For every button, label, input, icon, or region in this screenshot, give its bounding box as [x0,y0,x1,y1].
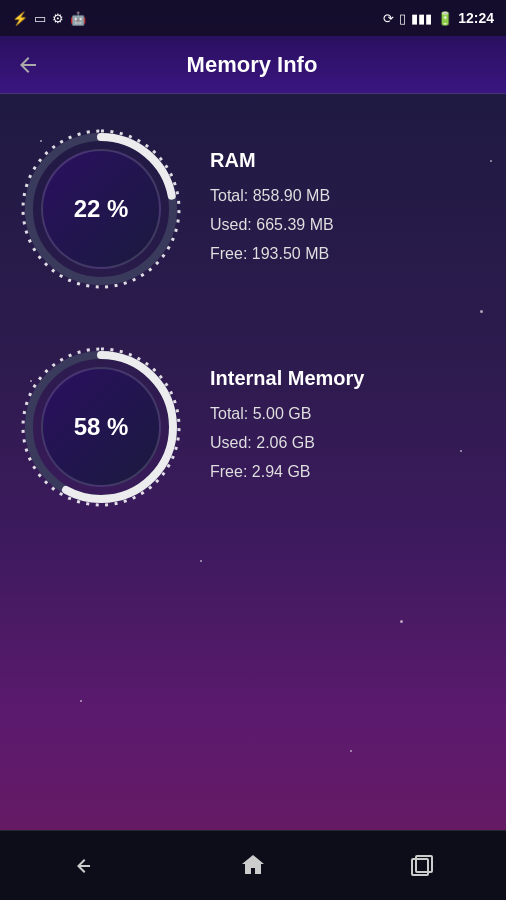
status-right: ⟳ ▯ ▮▮▮ 🔋 12:24 [383,10,494,26]
bottom-nav [0,830,506,900]
ram-card: 22 % RAM Total: 858.90 MB Used: 665.39 M… [16,114,490,304]
status-time: 12:24 [458,10,494,26]
page-title: Memory Info [56,52,448,78]
back-button[interactable] [16,53,40,77]
ram-gauge: 22 % [16,124,186,294]
nav-home-button[interactable] [228,841,278,891]
ram-percent-label: 22 % [74,195,129,223]
internal-memory-card: 58 % Internal Memory Total: 5.00 GB Used… [16,332,490,522]
ram-info: RAM Total: 858.90 MB Used: 665.39 MB Fre… [210,149,490,268]
ram-total: Total: 858.90 MB [210,182,490,211]
nav-back-button[interactable] [59,841,109,891]
internal-total: Total: 5.00 GB [210,400,490,429]
signal-icon: ▮▮▮ [411,11,432,26]
internal-memory-title: Internal Memory [210,367,490,390]
internal-memory-info: Internal Memory Total: 5.00 GB Used: 2.0… [210,367,490,486]
nav-recents-icon [408,852,436,880]
nav-home-icon [239,852,267,880]
status-left: ⚡ ▭ ⚙ 🤖 [12,11,86,26]
ram-used: Used: 665.39 MB [210,211,490,240]
rotate-icon: ⟳ [383,11,394,26]
status-bar: ⚡ ▭ ⚙ 🤖 ⟳ ▯ ▮▮▮ 🔋 12:24 [0,0,506,36]
ram-title: RAM [210,149,490,172]
internal-used: Used: 2.06 GB [210,429,490,458]
usb-icon: ⚙ [52,11,64,26]
nav-recents-button[interactable] [397,841,447,891]
notification-icon: ⚡ [12,11,28,26]
battery-icon: 🔋 [437,11,453,26]
sim-icon: ▯ [399,11,406,26]
internal-free: Free: 2.94 GB [210,458,490,487]
header: Memory Info [0,36,506,94]
phone-icon: ▭ [34,11,46,26]
back-icon [16,53,40,77]
nav-back-icon [70,852,98,880]
android-icon: 🤖 [70,11,86,26]
internal-gauge: 58 % [16,342,186,512]
content-area: 22 % RAM Total: 858.90 MB Used: 665.39 M… [0,94,506,570]
ram-free: Free: 193.50 MB [210,240,490,269]
internal-percent-label: 58 % [74,413,129,441]
